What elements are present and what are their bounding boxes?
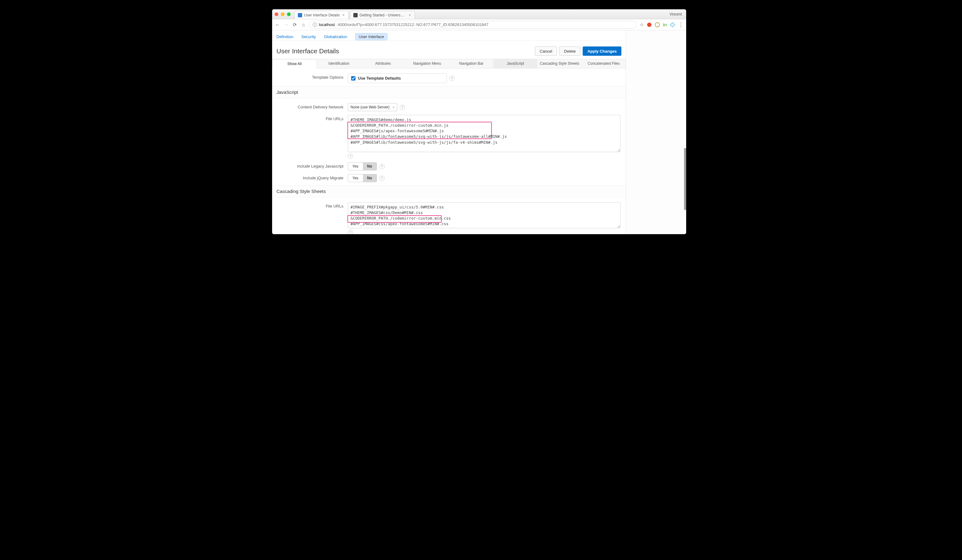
extension-icon[interactable] xyxy=(655,22,660,27)
js-file-urls-label: File URLs xyxy=(276,115,348,121)
extensions: ☆ in ⋮ xyxy=(640,21,684,28)
inner-tabs: Show All Identification Attributes Navig… xyxy=(272,59,626,68)
css-file-urls-label: File URLs xyxy=(276,202,348,208)
menu-icon[interactable]: ⋮ xyxy=(678,21,684,28)
scrollbar-thumb[interactable] xyxy=(684,148,686,210)
jquery-migrate-toggle[interactable]: Yes No xyxy=(348,174,377,182)
cdn-select[interactable]: None (use Web Server) xyxy=(348,103,397,111)
tab-navigation-menu[interactable]: Navigation Menu xyxy=(405,59,449,68)
tab-javascript[interactable]: JavaScript xyxy=(493,59,537,68)
tab-navigation-bar[interactable]: Navigation Bar xyxy=(449,59,493,68)
help-icon[interactable]: ? xyxy=(400,105,405,110)
favicon-icon xyxy=(298,13,302,17)
tab-label: Getting Started - Universal Th xyxy=(360,13,406,17)
cdn-value: None (use Web Server) xyxy=(350,105,390,109)
subnav-globalization[interactable]: Globalization xyxy=(324,34,347,39)
tab-close-icon[interactable]: × xyxy=(408,13,412,17)
minimize-window-icon[interactable] xyxy=(281,12,284,16)
apply-changes-button[interactable]: Apply Changes xyxy=(583,47,621,56)
extension-icon[interactable]: in xyxy=(663,22,667,27)
page-title: User Interface Details xyxy=(276,47,339,55)
extension-icon[interactable] xyxy=(647,22,652,27)
page-content: Definition Security Globalization User I… xyxy=(272,31,626,234)
sub-nav: Definition Security Globalization User I… xyxy=(272,31,626,41)
section-css-heading: Cascading Style Sheets xyxy=(272,185,626,197)
browser-window: User Interface Details × Getting Started… xyxy=(272,9,686,234)
bookmark-star-icon[interactable]: ☆ xyxy=(640,22,644,27)
tab-identification[interactable]: Identification xyxy=(317,59,361,68)
side-gutter xyxy=(626,31,686,234)
help-icon[interactable]: ? xyxy=(379,175,385,181)
help-icon[interactable]: ? xyxy=(348,153,353,159)
extension-icon[interactable] xyxy=(670,22,675,27)
close-window-icon[interactable] xyxy=(274,12,278,16)
section-javascript-heading: JavaScript xyxy=(272,86,626,98)
template-options-label: Template Options xyxy=(276,73,348,80)
tab-css[interactable]: Cascading Style Sheets xyxy=(537,59,581,68)
cdn-label: Content Delivery Network xyxy=(276,103,348,109)
tab-concatenated-files[interactable]: Concatenated Files xyxy=(582,59,626,68)
url-bar: ← → ⟳ ⌂ i localhost:4000/ords/f?p=4000:6… xyxy=(272,19,686,31)
css-file-urls-textarea[interactable] xyxy=(348,202,620,228)
jquery-migrate-yes[interactable]: Yes xyxy=(348,174,363,182)
legacy-js-no[interactable]: No xyxy=(363,163,376,170)
tab-show-all[interactable]: Show All xyxy=(272,59,317,68)
delete-button[interactable]: Delete xyxy=(559,47,581,56)
tab-attributes[interactable]: Attributes xyxy=(361,59,405,68)
window-controls xyxy=(274,12,291,16)
cancel-button[interactable]: Cancel xyxy=(535,47,557,56)
svg-point-1 xyxy=(655,23,660,27)
tab-close-icon[interactable]: × xyxy=(342,13,345,17)
address-bar[interactable]: i localhost:4000/ords/f?p=4000:677:15737… xyxy=(309,21,637,29)
js-file-urls-textarea[interactable] xyxy=(348,115,620,152)
template-options-checkbox[interactable] xyxy=(351,76,355,80)
home-icon[interactable]: ⌂ xyxy=(301,22,306,27)
subnav-user-interface[interactable]: User Interface xyxy=(355,33,387,40)
url-host: localhost xyxy=(319,22,335,27)
legacy-js-toggle[interactable]: Yes No xyxy=(348,162,377,171)
svg-point-0 xyxy=(647,23,652,27)
profile-name[interactable]: Vincent xyxy=(670,12,684,16)
template-options-value: Use Template Defaults xyxy=(358,76,401,80)
jquery-migrate-label: Include jQuery Migrate xyxy=(276,174,348,180)
back-icon[interactable]: ← xyxy=(274,22,280,27)
titlebar: User Interface Details × Getting Started… xyxy=(272,9,686,19)
subnav-security[interactable]: Security xyxy=(301,34,316,39)
browser-tabs: User Interface Details × Getting Started… xyxy=(294,9,416,19)
favicon-icon xyxy=(353,13,358,17)
help-icon[interactable]: ? xyxy=(348,230,353,234)
template-options-field[interactable]: Use Template Defaults xyxy=(348,73,447,83)
tab-label: User Interface Details xyxy=(304,13,340,17)
forward-icon: → xyxy=(283,22,289,27)
help-icon[interactable]: ? xyxy=(449,76,455,81)
help-icon[interactable]: ? xyxy=(379,164,385,169)
legacy-js-yes[interactable]: Yes xyxy=(348,163,363,170)
browser-tab-active[interactable]: User Interface Details × xyxy=(294,11,349,19)
reload-icon[interactable]: ⟳ xyxy=(292,22,297,27)
url-path: :4000/ords/f?p=4000:677:15737531225212::… xyxy=(337,22,488,27)
subnav-definition[interactable]: Definition xyxy=(276,34,293,39)
browser-tab[interactable]: Getting Started - Universal Th × xyxy=(350,11,415,19)
jquery-migrate-no[interactable]: No xyxy=(363,174,376,182)
legacy-js-label: Include Legacy Javascript xyxy=(276,162,348,169)
maximize-window-icon[interactable] xyxy=(287,12,291,16)
site-info-icon[interactable]: i xyxy=(313,23,317,27)
